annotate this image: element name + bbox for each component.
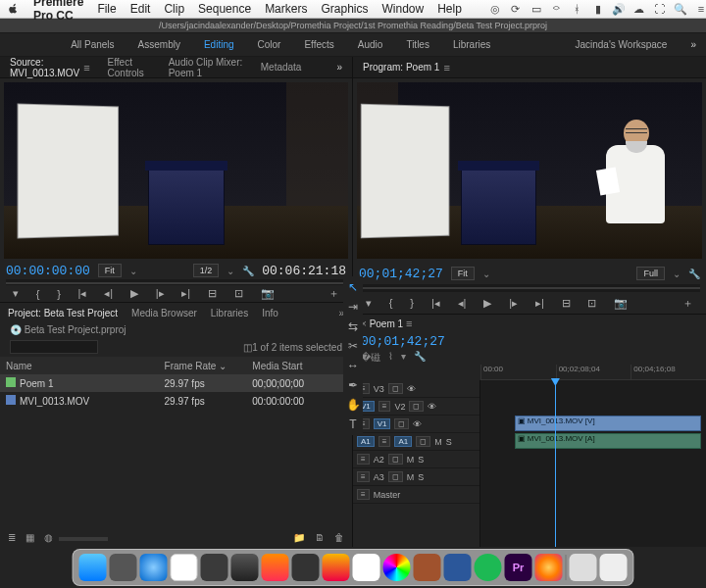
snap-icon[interactable]: �磁 xyxy=(361,351,380,365)
out-point-icon[interactable]: } xyxy=(410,297,414,309)
dock-app-icon[interactable] xyxy=(110,554,137,581)
lift-icon[interactable]: ⊟ xyxy=(562,297,571,310)
menu-graphics[interactable]: Graphics xyxy=(321,2,368,16)
ws-editing[interactable]: Editing xyxy=(204,39,234,50)
link-icon[interactable]: ⌇ xyxy=(388,351,393,365)
ws-color[interactable]: Color xyxy=(258,39,281,50)
program-scrubber[interactable] xyxy=(359,284,700,292)
dock-itunes-icon[interactable] xyxy=(323,554,350,581)
dock-spotify-icon[interactable] xyxy=(475,554,502,581)
ws-effects[interactable]: Effects xyxy=(304,39,333,50)
dock-firefox-icon[interactable] xyxy=(535,554,563,581)
source-zoom[interactable]: Fit xyxy=(98,264,122,277)
dock-calendar-icon[interactable] xyxy=(171,554,198,581)
overwrite-icon[interactable]: ⊡ xyxy=(234,287,243,300)
settings-icon[interactable]: 🔧 xyxy=(688,269,700,279)
fullscreen-icon[interactable]: ⛶ xyxy=(654,3,666,15)
step-back-icon[interactable]: ◂| xyxy=(458,297,467,310)
sync-icon[interactable]: ⟳ xyxy=(510,3,522,15)
extract-icon[interactable]: ⊡ xyxy=(587,297,596,310)
go-in-icon[interactable]: |◂ xyxy=(78,287,87,300)
display-icon[interactable]: ▭ xyxy=(530,3,542,15)
settings-icon[interactable]: 🔧 xyxy=(414,351,426,365)
panel-menu-icon[interactable]: ≡ xyxy=(443,62,449,74)
go-out-icon[interactable]: ▸| xyxy=(181,287,190,300)
source-scrubber[interactable] xyxy=(6,279,346,285)
menu-help[interactable]: Help xyxy=(437,2,462,16)
ws-titles[interactable]: Titles xyxy=(406,39,429,50)
source-tc-in[interactable]: 00:00:00:00 xyxy=(6,264,90,278)
panel-menu-icon[interactable]: ≡ xyxy=(83,62,89,74)
dock-app-icon[interactable] xyxy=(414,554,441,581)
video-clip[interactable]: ▣ MVI_0013.MOV [V] xyxy=(515,416,702,431)
col-name[interactable]: Name xyxy=(0,361,159,371)
menu-markers[interactable]: Markers xyxy=(265,2,307,16)
source-resolution[interactable]: 1/2 xyxy=(193,264,220,277)
table-row[interactable]: MVI_0013.MOV 29.97 fps 00:00:00:00 xyxy=(0,392,352,410)
source-monitor[interactable] xyxy=(4,82,348,259)
new-item-icon[interactable]: 🗎 xyxy=(315,532,325,543)
volume-icon[interactable]: 🔊 xyxy=(613,3,625,15)
dock-app-icon[interactable] xyxy=(262,554,289,581)
dock-app-icon[interactable] xyxy=(201,554,228,581)
menu-window[interactable]: Window xyxy=(382,2,425,16)
program-zoom[interactable]: Fit xyxy=(451,267,475,280)
tab-media-browser[interactable]: Media Browser xyxy=(131,308,197,318)
ws-all-panels[interactable]: All Panels xyxy=(71,39,114,50)
src-a1[interactable]: A1 xyxy=(357,436,375,447)
dock-app-icon[interactable] xyxy=(292,554,320,581)
col-mediastart[interactable]: Media Start xyxy=(246,361,352,371)
ripple-tool-icon[interactable]: ⇆ xyxy=(348,319,358,333)
menu-edit[interactable]: Edit xyxy=(130,2,151,16)
marker-icon[interactable]: ▾ xyxy=(13,287,19,300)
settings-icon[interactable]: 🔧 xyxy=(242,266,254,276)
list-view-icon[interactable]: ≣ xyxy=(8,532,16,543)
add-button-icon[interactable]: ＋ xyxy=(328,286,339,301)
export-frame-icon[interactable]: 📷 xyxy=(261,287,275,300)
export-frame-icon[interactable]: 📷 xyxy=(614,297,628,310)
zoom-slider[interactable] xyxy=(59,537,108,541)
tab-metadata[interactable]: Metadata xyxy=(261,62,302,73)
playhead[interactable] xyxy=(555,380,556,547)
ws-assembly[interactable]: Assembly xyxy=(138,39,180,50)
go-out-icon[interactable]: ▸| xyxy=(535,297,544,310)
notification-icon[interactable]: ≡ xyxy=(695,3,706,15)
tab-libraries[interactable]: Libraries xyxy=(211,308,248,318)
dock-safari-icon[interactable] xyxy=(140,554,168,581)
tab-effect-controls[interactable]: Effect Controls xyxy=(108,57,151,78)
icon-view-icon[interactable]: ▦ xyxy=(25,532,34,543)
freeform-view-icon[interactable]: ◍ xyxy=(44,532,53,543)
hand-tool-icon[interactable]: ✋ xyxy=(346,398,361,412)
overflow-icon[interactable]: » xyxy=(336,62,342,73)
wifi-icon[interactable]: ⌔ xyxy=(551,3,563,15)
timeline-tc[interactable]: 00;01;42;27 xyxy=(361,334,445,349)
col-framerate[interactable]: Frame Rate ⌄ xyxy=(159,361,247,371)
type-tool-icon[interactable]: T xyxy=(349,417,356,431)
play-icon[interactable]: ▶ xyxy=(483,297,491,310)
ws-libraries[interactable]: Libraries xyxy=(453,39,490,50)
panel-menu-icon[interactable]: ≡ xyxy=(406,318,412,329)
trash-icon[interactable]: 🗑 xyxy=(334,532,344,543)
step-fwd-icon[interactable]: |▸ xyxy=(156,287,165,300)
program-tc[interactable]: 00;01;42;27 xyxy=(359,267,443,281)
tab-info[interactable]: Info xyxy=(262,308,278,318)
tab-source[interactable]: Source: MVI_0013.MOV ≡ xyxy=(10,57,90,78)
program-monitor[interactable] xyxy=(357,82,702,259)
audio-clip[interactable]: ▣ MVI_0013.MOV [A] xyxy=(515,433,702,449)
menu-clip[interactable]: Clip xyxy=(164,2,184,16)
search-icon[interactable]: 🔍 xyxy=(675,3,686,15)
tab-program[interactable]: Program: Poem 1 ≡ xyxy=(363,62,450,74)
cc-status-icon[interactable]: ◎ xyxy=(489,3,501,15)
slip-tool-icon[interactable]: ↔ xyxy=(347,359,359,372)
ws-custom[interactable]: Jacinda's Workspace xyxy=(575,39,667,50)
razor-tool-icon[interactable]: ✂ xyxy=(348,339,358,353)
project-filter-input[interactable] xyxy=(10,340,98,354)
menu-sequence[interactable]: Sequence xyxy=(198,2,251,16)
in-point-icon[interactable]: { xyxy=(36,288,40,300)
dock-word-icon[interactable] xyxy=(444,554,472,581)
timeline-tracks[interactable]: ▣ MVI_0013.MOV [V] ▣ MVI_0013.MOV [A] xyxy=(480,380,706,547)
cloud-icon[interactable]: ☁ xyxy=(633,3,645,15)
dock-app-icon[interactable] xyxy=(231,554,259,581)
marker-icon[interactable]: ▾ xyxy=(366,297,372,310)
selection-tool-icon[interactable]: ↖ xyxy=(348,280,358,294)
